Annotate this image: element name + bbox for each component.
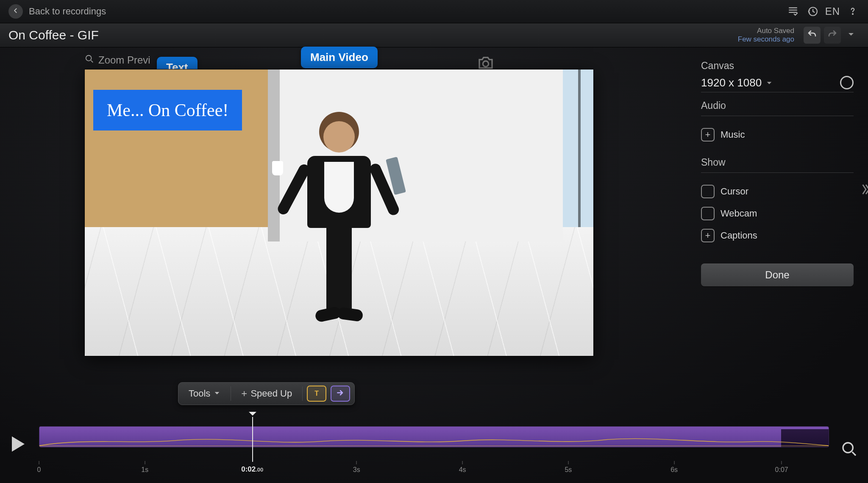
arrow-left-icon xyxy=(13,8,19,15)
show-webcam-row[interactable]: Webcam xyxy=(701,203,854,225)
play-icon xyxy=(7,448,27,455)
svg-point-2 xyxy=(86,56,92,61)
audio-waveform xyxy=(39,435,829,446)
tasks-icon[interactable] xyxy=(786,5,800,18)
ruler-tick: 5s xyxy=(565,461,572,474)
app-bar: Back to recordings EN xyxy=(0,0,868,23)
history-icon[interactable] xyxy=(806,5,819,18)
canvas-section-title: Canvas xyxy=(701,60,854,72)
undo-button[interactable] xyxy=(804,27,821,44)
speed-up-label: Speed Up xyxy=(250,388,292,399)
music-label: Music xyxy=(721,129,745,140)
expand-panel-button[interactable] xyxy=(861,183,868,198)
chevron-down-icon xyxy=(766,76,773,89)
chevron-down-icon xyxy=(214,388,220,399)
done-label: Done xyxy=(765,269,789,281)
undo-icon xyxy=(807,29,817,41)
ruler-tick: 1s xyxy=(141,461,148,474)
search-icon xyxy=(841,452,858,459)
text-overlay[interactable]: Me... On Coffee! xyxy=(93,90,242,130)
add-music-row[interactable]: + Music xyxy=(701,124,854,146)
text-icon: T xyxy=(314,390,319,397)
transition-icon xyxy=(336,389,345,399)
timeline-zoom-button[interactable] xyxy=(841,441,860,459)
autosave-status: Auto Saved Few seconds ago xyxy=(738,27,794,44)
title-bar: On Coffee - GIF Auto Saved Few seconds a… xyxy=(0,23,868,47)
ruler-tick: 0:07 xyxy=(775,461,788,474)
svg-point-1 xyxy=(852,13,853,14)
svg-point-4 xyxy=(843,443,853,452)
plus-icon: + xyxy=(701,229,715,242)
canvas-color-swatch[interactable] xyxy=(840,76,854,89)
stage: Text Main Video Me.. xyxy=(85,69,593,356)
ruler-tick: 4s xyxy=(459,461,466,474)
search-icon xyxy=(85,54,94,66)
show-captions-row[interactable]: + Captions xyxy=(701,225,854,247)
timeline-track-wrap: 0:02.00 01s3s4s5s6s0:07 xyxy=(39,426,829,459)
zoom-preview-label: Zoom Previ xyxy=(98,54,150,66)
webcam-label: Webcam xyxy=(721,208,757,219)
timeline-tools-bar: Tools + Speed Up T xyxy=(178,382,355,405)
timeline-ruler: 01s3s4s5s6s0:07 xyxy=(39,461,829,474)
playhead[interactable] xyxy=(252,417,253,462)
ruler-tick: 3s xyxy=(353,461,360,474)
tools-label: Tools xyxy=(189,388,210,399)
captions-label: Captions xyxy=(721,230,757,241)
timeline-area: 0:02.00 01s3s4s5s6s0:07 xyxy=(0,402,868,483)
autosave-time[interactable]: Few seconds ago xyxy=(738,35,794,44)
canvas-row: 1920 x 1080 xyxy=(701,76,854,89)
canvas-size-value: 1920 x 1080 xyxy=(701,76,762,89)
stage-column: Zoom Previ Text Main Video xyxy=(0,47,691,386)
snapshot-button[interactable] xyxy=(477,56,496,71)
speed-up-button[interactable]: + Speed Up xyxy=(235,385,298,402)
checkbox-webcam[interactable] xyxy=(701,207,715,220)
cursor-label: Cursor xyxy=(721,186,748,197)
ruler-tick: 0 xyxy=(37,461,41,474)
video-canvas[interactable]: Me... On Coffee! xyxy=(85,69,593,356)
done-button[interactable]: Done xyxy=(701,264,854,286)
main-area: Zoom Previ Text Main Video xyxy=(0,47,868,386)
person-graphic xyxy=(301,121,377,320)
text-tool-chip[interactable]: T xyxy=(307,386,326,402)
tools-dropdown[interactable]: Tools xyxy=(183,386,226,402)
autosave-label: Auto Saved xyxy=(738,27,794,35)
chevron-down-icon xyxy=(847,31,855,40)
back-button[interactable] xyxy=(8,4,23,19)
svg-point-3 xyxy=(483,61,488,67)
video-track[interactable] xyxy=(39,426,829,447)
side-panel: Canvas 1920 x 1080 Audio + Music Show Cu… xyxy=(691,47,868,386)
plus-icon: + xyxy=(701,128,715,142)
document-title: On Coffee - GIF xyxy=(8,28,99,42)
redo-button[interactable] xyxy=(824,27,841,44)
help-icon[interactable] xyxy=(846,5,860,18)
transition-tool-chip[interactable] xyxy=(331,386,350,402)
chevrons-right-icon xyxy=(861,187,868,198)
history-menu[interactable] xyxy=(843,27,860,44)
redo-icon xyxy=(827,29,837,41)
language-switch[interactable]: EN xyxy=(825,6,840,17)
play-button[interactable] xyxy=(7,434,29,456)
canvas-size-dropdown[interactable]: 1920 x 1080 xyxy=(701,76,773,89)
show-section-title: Show xyxy=(701,157,854,168)
show-cursor-row[interactable]: Cursor xyxy=(701,180,854,203)
ruler-tick: 6s xyxy=(670,461,678,474)
callout-main-video-label: Main Video xyxy=(310,51,368,64)
back-label[interactable]: Back to recordings xyxy=(29,6,106,17)
plus-icon: + xyxy=(241,388,247,400)
checkbox-cursor[interactable] xyxy=(701,185,715,198)
callout-main-video: Main Video xyxy=(301,47,378,68)
audio-section-title: Audio xyxy=(701,100,854,111)
